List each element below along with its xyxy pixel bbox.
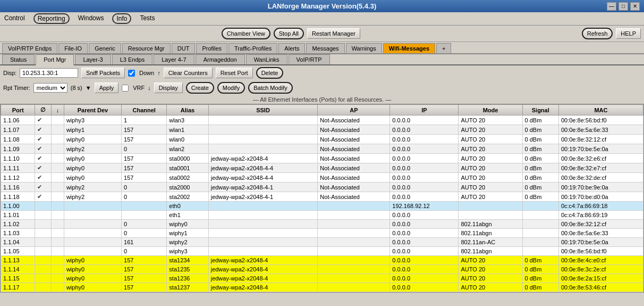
table-row[interactable]: 1.1.16✔wiphy20sta2000jedway-wpa2-x2048-4… — [1, 183, 643, 192]
table-row[interactable]: 1.1.08✔wiphy0157wlan0Not-Associated0.0.0… — [1, 135, 643, 144]
tab-resource-mgr[interactable]: Resource Mgr — [122, 43, 171, 53]
tab-traffic-profiles[interactable]: Traffic-Profiles — [228, 43, 277, 53]
window-controls: — □ ✕ — [607, 2, 640, 11]
table-row[interactable]: 1.1.10✔wiphy0157sta0000jedway-wpa2-x2048… — [1, 154, 643, 163]
tab-voip-rtp[interactable]: VoIP/RTP — [289, 54, 330, 64]
tab-layer47[interactable]: Layer 4-7 — [154, 54, 194, 64]
create-button[interactable]: Create — [186, 82, 214, 94]
col-arrow: ↓ — [52, 105, 64, 115]
col-alias: Alias — [167, 105, 208, 115]
col-ip: IP — [390, 105, 459, 115]
col-signal: Signal — [522, 105, 558, 115]
down-arrow-icon: ↑ — [157, 70, 160, 76]
delete-button[interactable]: Delete — [256, 67, 284, 79]
table-row[interactable]: 1.1.07✔wiphy1157wlan1Not-Associated0.0.0… — [1, 125, 643, 135]
help-button[interactable]: HELP — [616, 28, 641, 39]
refresh-button[interactable]: Refresh — [582, 28, 613, 39]
table-row[interactable]: 1.1.01eth10.0.0.00c:c4:7a:86:69:19 — [1, 211, 643, 220]
menu-tests[interactable]: Tests — [138, 13, 157, 24]
minimize-button[interactable]: — — [607, 2, 616, 11]
table-row[interactable]: 1.1.030wiphy10.0.0.0802.11abgn00:0e:8e:5… — [1, 229, 643, 238]
tab-wanlinks[interactable]: WanLinks — [246, 54, 287, 64]
col-check: ∅ — [35, 105, 52, 115]
control-row-2: Rpt Timer: medium (8 s) ▼ Apply VRF ↓ Di… — [0, 80, 644, 95]
rpt-timer-seconds: (8 s) — [71, 85, 82, 91]
vrf-checkbox[interactable] — [122, 85, 129, 92]
restart-manager-button[interactable]: Restart Manager — [307, 28, 360, 39]
table-row[interactable]: 1.1.11✔wiphy0157sta0001jedway-wpa2-x2048… — [1, 163, 643, 173]
menu-info[interactable]: Info — [112, 13, 131, 24]
table-row[interactable]: 1.1.050wiphy30.0.0.0802.11abgn00:0e:8e:5… — [1, 247, 643, 256]
control-row-1: Disp: Sniff Packets Down ↑ Clear Counter… — [0, 65, 644, 80]
table-row[interactable]: 1.1.020wiphy00.0.0.0802.11abgn00:0e:8e:3… — [1, 220, 643, 229]
col-mac: MAC — [558, 105, 643, 115]
close-button[interactable]: ✕ — [630, 2, 640, 11]
port-table-container: Port ∅ ↓ Parent Dev Channel Alias SSID A… — [0, 104, 644, 293]
tab-row-1: VoIP/RTP Endps File-IO Generic Resource … — [0, 42, 644, 54]
tab-status[interactable]: Status — [2, 54, 35, 64]
app-title: LANforge Manager Version(5.4.3) — [268, 2, 376, 10]
down-arrow2-icon: ↓ — [148, 85, 151, 91]
table-row[interactable]: 1.1.04161wiphy20.0.0.0802.11an-AC00:19:7… — [1, 238, 643, 247]
vrf-label: VRF — [133, 85, 145, 91]
rpt-timer-select[interactable]: medium — [33, 83, 67, 93]
disp-input[interactable] — [20, 68, 78, 78]
tab-warnings[interactable]: Warnings — [346, 43, 382, 53]
display-button[interactable]: Display — [154, 82, 183, 93]
col-ap: AP — [318, 105, 390, 115]
table-row[interactable]: 1.1.13wiphy0157sta1234jedway-wpa2-x2048-… — [1, 256, 643, 265]
col-mode: Mode — [459, 105, 522, 115]
top-toolbar: Chamber View Stop All Restart Manager Re… — [0, 26, 644, 42]
tab-generic[interactable]: Generic — [89, 43, 121, 53]
maximize-button[interactable]: □ — [618, 2, 628, 11]
tab-layer3[interactable]: Layer-3 — [75, 54, 111, 64]
down-checkbox[interactable] — [128, 70, 135, 77]
col-port: Port — [1, 105, 35, 115]
col-parent: Parent Dev — [64, 105, 121, 115]
batch-modify-button[interactable]: Batch Modify — [248, 82, 293, 94]
tab-wifi-messages[interactable]: Wifi-Messages — [383, 43, 435, 53]
tab-profiles[interactable]: Profiles — [196, 43, 227, 53]
tab-armageddon[interactable]: Armageddon — [196, 54, 245, 64]
table-row[interactable]: 1.1.06✔wiphy31wlan3Not-Associated0.0.0.0… — [1, 115, 643, 125]
menu-bar: Control Reporting Windows Info Tests — [0, 12, 644, 26]
tab-row-2: Status Port Mgr Layer-3 L3 Endps Layer 4… — [0, 54, 644, 65]
dropdown-icon: ▼ — [86, 85, 91, 91]
menu-reporting[interactable]: Reporting — [33, 13, 70, 24]
stop-all-button[interactable]: Stop All — [274, 28, 304, 39]
modify-button[interactable]: Modify — [217, 82, 245, 94]
table-row[interactable]: 1.1.14wiphy0157sta1235jedway-wpa2-x2048-… — [1, 265, 643, 274]
tab-messages[interactable]: Messages — [306, 43, 344, 53]
table-row[interactable]: 1.1.09✔wiphy20wlan2Not-Associated0.0.0.0… — [1, 144, 643, 154]
sniff-packets-button[interactable]: Sniff Packets — [81, 68, 125, 78]
tab-l3-endps[interactable]: L3 Endps — [112, 54, 152, 64]
tab-dut[interactable]: DUT — [172, 43, 196, 53]
menu-windows[interactable]: Windows — [76, 13, 106, 24]
apply-button[interactable]: Apply — [95, 82, 119, 93]
table-row[interactable]: 1.1.15wiphy0157sta1236jedway-wpa2-x2048-… — [1, 274, 643, 283]
col-ssid: SSID — [208, 105, 318, 115]
tab-add[interactable]: + — [436, 43, 451, 53]
menu-control[interactable]: Control — [2, 13, 27, 24]
table-row[interactable]: 1.1.17wiphy0157sta1237jedway-wpa2-x2048-… — [1, 283, 643, 292]
down-label: Down — [139, 70, 154, 76]
reset-port-button[interactable]: Reset Port — [216, 68, 253, 78]
table-row[interactable]: 1.1.12✔wiphy0157sta0002jedway-wpa2-x2048… — [1, 173, 643, 183]
title-bar: LANforge Manager Version(5.4.3) — □ ✕ — [0, 0, 644, 12]
table-row[interactable]: 1.1.18✔wiphy20sta2002jedway-wpa2-x2048-4… — [1, 192, 643, 202]
col-channel: Channel — [122, 105, 167, 115]
tab-voip-rtp-endps[interactable]: VoIP/RTP Endps — [2, 43, 57, 53]
tab-port-mgr[interactable]: Port Mgr — [36, 54, 74, 65]
info-message: — All Ethernet Interfaces (Ports) for al… — [0, 95, 644, 104]
chamber-view-button[interactable]: Chamber View — [222, 28, 270, 39]
rpt-timer-label: Rpt Timer: — [3, 85, 30, 91]
table-row[interactable]: 1.1.00eth0192.168.92.120c:c4:7a:86:69:18 — [1, 202, 643, 211]
port-table: Port ∅ ↓ Parent Dev Channel Alias SSID A… — [1, 104, 643, 292]
clear-counters-button[interactable]: Clear Counters — [164, 68, 213, 78]
disp-label: Disp: — [3, 70, 16, 76]
tab-alerts[interactable]: Alerts — [278, 43, 305, 53]
tab-file-io[interactable]: File-IO — [58, 43, 88, 53]
